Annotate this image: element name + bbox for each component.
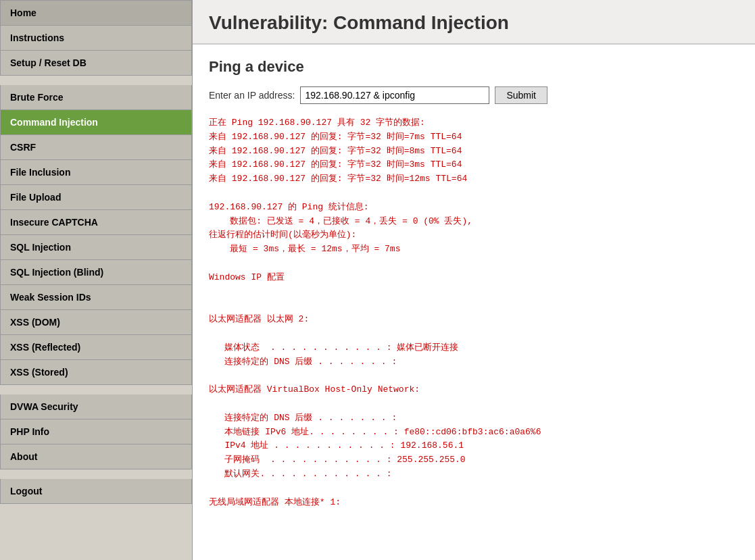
- sidebar-item-xss-dom[interactable]: XSS (DOM): [0, 310, 192, 335]
- ip-label: Enter an IP address:: [209, 90, 295, 101]
- sidebar-item-sql-injection-blind[interactable]: SQL Injection (Blind): [0, 260, 192, 285]
- ping-section-title: Ping a device: [209, 58, 739, 76]
- sidebar-item-dvwa-security[interactable]: DVWA Security: [0, 394, 192, 419]
- ping-form: Enter an IP address: Submit: [209, 86, 739, 104]
- sidebar-spacer-2: [0, 385, 192, 394]
- submit-button[interactable]: Submit: [495, 86, 547, 104]
- sidebar-item-csrf[interactable]: CSRF: [0, 135, 192, 160]
- sidebar-item-instructions[interactable]: Instructions: [0, 26, 192, 51]
- sidebar: HomeInstructionsSetup / Reset DBBrute Fo…: [0, 0, 193, 560]
- sidebar-item-setup[interactable]: Setup / Reset DB: [0, 51, 192, 76]
- sidebar-item-logout[interactable]: Logout: [0, 479, 192, 504]
- sidebar-item-xss-stored[interactable]: XSS (Stored): [0, 360, 192, 385]
- sidebar-item-home[interactable]: Home: [0, 0, 192, 26]
- sidebar-spacer-1: [0, 76, 192, 85]
- sidebar-item-brute-force[interactable]: Brute Force: [0, 85, 192, 110]
- sidebar-item-php-info[interactable]: PHP Info: [0, 419, 192, 444]
- content-area: Ping a device Enter an IP address: Submi…: [193, 45, 755, 523]
- ping-output: 正在 Ping 192.168.90.127 具有 32 字节的数据: 来自 1…: [209, 116, 739, 509]
- sidebar-item-sql-injection[interactable]: SQL Injection: [0, 235, 192, 260]
- sidebar-item-file-inclusion[interactable]: File Inclusion: [0, 160, 192, 185]
- sidebar-item-xss-reflected[interactable]: XSS (Reflected): [0, 335, 192, 360]
- sidebar-spacer-3: [0, 469, 192, 479]
- sidebar-item-weak-session-ids[interactable]: Weak Session IDs: [0, 285, 192, 310]
- sidebar-item-command-injection[interactable]: Command Injection: [0, 110, 192, 135]
- page-title: Vulnerability: Command Injection: [193, 0, 755, 45]
- ip-input[interactable]: [300, 86, 489, 104]
- sidebar-item-about[interactable]: About: [0, 444, 192, 469]
- sidebar-item-insecure-captcha[interactable]: Insecure CAPTCHA: [0, 210, 192, 235]
- main-content: Vulnerability: Command Injection Ping a …: [193, 0, 755, 560]
- sidebar-item-file-upload[interactable]: File Upload: [0, 185, 192, 210]
